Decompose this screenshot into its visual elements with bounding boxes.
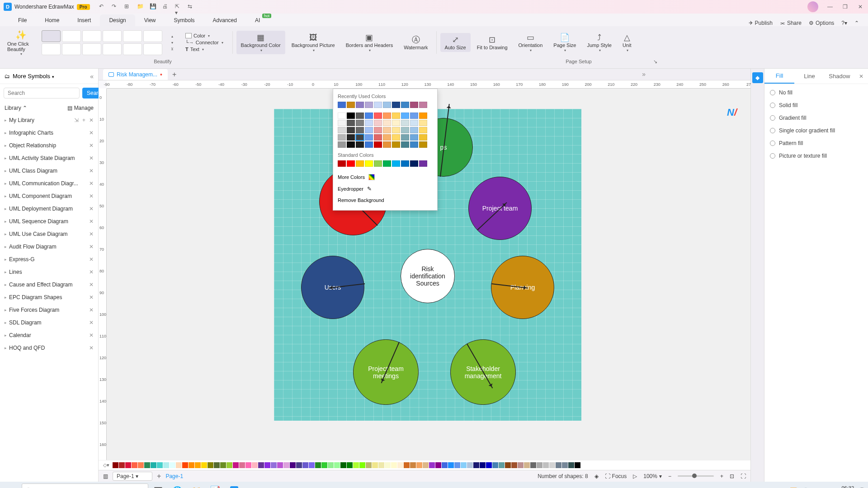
quick-color-swatch[interactable] <box>119 462 125 468</box>
collapse-panel-button[interactable]: « <box>90 73 94 80</box>
color-swatch[interactable] <box>419 127 427 133</box>
quick-color-swatch[interactable] <box>328 462 334 468</box>
quick-color-swatch[interactable] <box>461 462 467 468</box>
new-button[interactable]: ⊞ <box>124 3 132 10</box>
theme-thumb[interactable] <box>82 30 101 42</box>
text-dropdown[interactable]: TText▾ <box>185 47 223 52</box>
quick-color-swatch[interactable] <box>385 462 391 468</box>
remove-background-button[interactable]: Remove Background <box>338 195 433 206</box>
close-icon[interactable]: ✕ <box>89 193 94 199</box>
close-icon[interactable]: ✕ <box>89 244 94 250</box>
quick-color-swatch[interactable] <box>296 462 302 468</box>
quick-color-swatch[interactable] <box>353 462 359 468</box>
start-button[interactable]: ⊞ <box>3 483 21 488</box>
quick-color-swatch[interactable] <box>264 462 270 468</box>
print-button[interactable]: 🖨 <box>162 3 170 10</box>
color-swatch[interactable] <box>410 120 418 126</box>
add-page-button[interactable]: + <box>157 472 161 480</box>
fill-option-radio[interactable]: Gradient fill <box>770 115 863 121</box>
color-swatch[interactable] <box>356 102 364 108</box>
gallery-up[interactable]: ▴ <box>169 33 175 39</box>
theme-gallery[interactable] <box>42 30 168 55</box>
color-swatch[interactable] <box>392 127 400 133</box>
quick-color-swatch[interactable] <box>499 462 505 468</box>
theme-thumb[interactable] <box>143 43 162 55</box>
quick-color-swatch[interactable] <box>182 462 188 468</box>
color-swatch[interactable] <box>338 102 346 108</box>
color-swatch[interactable] <box>374 141 382 148</box>
taskbar-word[interactable]: 📝 <box>206 483 224 488</box>
quick-color-swatch[interactable] <box>170 462 175 468</box>
fill-tool-icon[interactable]: ◇▾ <box>103 462 112 468</box>
library-item[interactable]: ▸UML Communication Diagr...✕ <box>0 177 98 190</box>
quick-color-swatch[interactable] <box>151 462 156 468</box>
presentation-button[interactable]: ▷ <box>633 473 637 479</box>
symbol-search-input[interactable] <box>4 88 80 99</box>
orientation-button[interactable]: ▭Orientation▾ <box>514 31 547 54</box>
library-item[interactable]: ▸Lines✕ <box>0 266 98 278</box>
taskbar-search[interactable]: 🔍Type here to search <box>22 483 148 488</box>
quick-color-swatch[interactable] <box>423 462 429 468</box>
quick-color-swatch[interactable] <box>366 462 372 468</box>
color-swatch[interactable] <box>383 127 391 133</box>
theme-thumb[interactable] <box>82 43 101 55</box>
quick-color-swatch[interactable] <box>505 462 511 468</box>
color-swatch[interactable] <box>347 141 355 148</box>
quick-color-swatch[interactable] <box>435 462 441 468</box>
library-item[interactable]: ▸SDL Diagram✕ <box>0 316 98 329</box>
task-view-button[interactable]: ⊟ <box>149 483 167 488</box>
color-swatch[interactable] <box>401 141 409 148</box>
share-button[interactable]: ⫘Share <box>780 20 802 26</box>
color-swatch[interactable] <box>383 160 391 167</box>
quick-color-swatch[interactable] <box>163 462 169 468</box>
quick-color-swatch[interactable] <box>302 462 308 468</box>
fill-tab[interactable]: Fill <box>764 69 794 84</box>
import-icon[interactable]: ⇲ <box>74 117 79 123</box>
quick-color-swatch[interactable] <box>125 462 131 468</box>
quick-color-swatch[interactable] <box>283 462 289 468</box>
color-swatch[interactable] <box>356 113 364 119</box>
color-swatch[interactable] <box>419 113 427 119</box>
zoom-in[interactable]: + <box>720 473 723 479</box>
quick-color-swatch[interactable] <box>391 462 397 468</box>
color-swatch[interactable] <box>401 113 409 119</box>
color-swatch[interactable] <box>374 127 382 133</box>
quick-color-swatch[interactable] <box>486 462 492 468</box>
quick-color-swatch[interactable] <box>454 462 460 468</box>
library-item[interactable]: ▸Cause and Effect Diagram✕ <box>0 278 98 291</box>
focus-mode-button[interactable]: ⛶ Focus <box>605 473 627 479</box>
quick-color-swatch[interactable] <box>581 462 587 468</box>
quick-color-swatch[interactable] <box>144 462 150 468</box>
color-swatch[interactable] <box>347 102 355 108</box>
fill-option-radio[interactable]: Picture or texture fill <box>770 153 863 159</box>
close-icon[interactable]: ✕ <box>89 332 94 338</box>
open-button[interactable]: 📁 <box>137 3 144 10</box>
quick-color-swatch[interactable] <box>189 462 194 468</box>
document-tab[interactable]: Risk Managem... • <box>103 69 168 80</box>
line-tab[interactable]: Line <box>794 69 824 83</box>
taskbar-edrawmax[interactable]: D <box>225 483 243 488</box>
publish-button[interactable]: ✈Publish <box>749 20 773 26</box>
fullscreen-button[interactable]: ⛶ <box>741 473 746 479</box>
color-swatch[interactable] <box>338 120 346 126</box>
add-icon[interactable]: + <box>82 117 85 123</box>
color-swatch[interactable] <box>374 120 382 126</box>
library-item[interactable]: ▸Five Forces Diagram✕ <box>0 304 98 316</box>
close-icon[interactable]: ✕ <box>89 155 94 161</box>
quick-color-swatch[interactable] <box>524 462 530 468</box>
color-swatch[interactable] <box>419 134 427 141</box>
save-button[interactable]: 💾 <box>150 3 157 10</box>
quick-color-swatch[interactable] <box>442 462 448 468</box>
quick-color-swatch[interactable] <box>239 462 245 468</box>
color-swatch[interactable] <box>383 113 391 119</box>
quick-color-swatch[interactable] <box>416 462 422 468</box>
background-color-button[interactable]: ▦Background Color▾ <box>236 31 285 54</box>
fill-option-radio[interactable]: Single color gradient fill <box>770 127 863 134</box>
quick-color-swatch[interactable] <box>404 462 410 468</box>
system-clock[interactable]: 06:32 11-10-2023 <box>829 485 854 488</box>
quick-color-swatch[interactable] <box>315 462 321 468</box>
color-swatch[interactable] <box>365 160 373 167</box>
library-item[interactable]: ▸HOQ and QFD✕ <box>0 342 98 354</box>
expand-right-panel[interactable]: » <box>642 70 646 78</box>
close-icon[interactable]: ✕ <box>89 269 94 275</box>
